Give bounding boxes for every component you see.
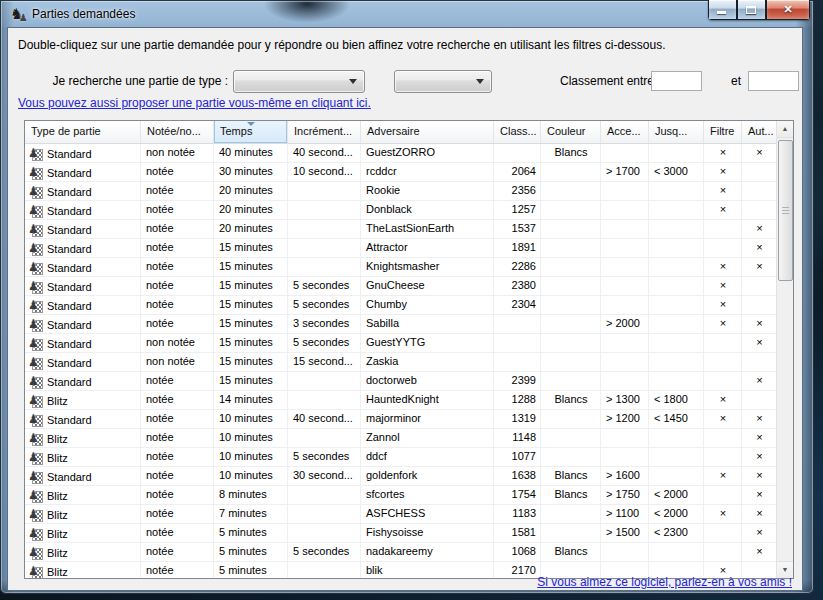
cell-until — [649, 543, 704, 561]
cell-auto: × — [742, 505, 777, 523]
cell-accept — [601, 144, 649, 162]
cell-filter — [704, 220, 742, 238]
table-row[interactable]: ♟Standardnotée20 minutesDonblack1257× — [25, 201, 793, 220]
table-row[interactable]: ♟Blitznotée5 minutes5 secondesnadakareem… — [25, 543, 793, 562]
table-row[interactable]: ♟Standardnotée30 minutes10 second...rcdd… — [25, 163, 793, 182]
column-header-time[interactable]: Temps — [214, 121, 288, 143]
cell-rated: notée — [141, 505, 214, 523]
table-row[interactable]: ♟Standardnotée10 minutes30 second...gold… — [25, 467, 793, 486]
column-header-label: Jusq... — [655, 125, 687, 137]
column-header-rating[interactable]: Class... — [494, 121, 541, 143]
table-row[interactable]: ♟Standardnotée20 minutesRookie2356× — [25, 182, 793, 201]
table-row[interactable]: ♟Standardnotée15 minutesKnightsmasher228… — [25, 258, 793, 277]
table-row[interactable]: ♟Standardnotée15 minutesdoctorweb2399× — [25, 372, 793, 391]
table-row[interactable]: ♟Blitznotée5 minutesFishysoisse1581> 150… — [25, 524, 793, 543]
scrollbar-thumb[interactable] — [778, 140, 793, 281]
column-header-until[interactable]: Jusq... — [649, 121, 704, 143]
cell-rated: notée — [141, 410, 214, 428]
cell-accept — [601, 448, 649, 466]
table-row[interactable]: ♟Standardnotée15 minutes5 secondesChumby… — [25, 296, 793, 315]
table-row[interactable]: ♟Blitznotée8 minutessfcortes1754Blancs> … — [25, 486, 793, 505]
cell-color — [541, 258, 601, 276]
title-bar[interactable]: ♞♟ Parties demandées ✕ — [0, 0, 814, 28]
cell-type: ♟Standard — [25, 144, 141, 162]
table-row[interactable]: ♟Standardnotée15 minutes3 secondesSabill… — [25, 315, 793, 334]
cell-opponent: Donblack — [361, 201, 494, 219]
table-row[interactable]: ♟Blitznotée14 minutesHauntedKnight1288Bl… — [25, 391, 793, 410]
table-row[interactable]: ♟Standardnotée15 minutesAttractor1891× — [25, 239, 793, 258]
cell-until — [649, 315, 704, 333]
chevron-down-icon — [476, 79, 484, 84]
table-row[interactable]: ♟Blitznotée10 minutesZannol1148× — [25, 429, 793, 448]
minimize-button[interactable] — [708, 0, 737, 20]
cell-accept — [601, 543, 649, 561]
column-header-color[interactable]: Couleur — [541, 121, 601, 143]
cell-type: ♟Blitz — [25, 524, 141, 542]
cell-color: Blancs — [541, 144, 601, 162]
cell-until — [649, 277, 704, 295]
scroll-up-button[interactable]: ▲ — [777, 121, 793, 138]
propose-game-link[interactable]: Vous pouvez aussi proposer une partie vo… — [18, 96, 371, 110]
table-row[interactable]: ♟Blitznotée7 minutesASFCHESS1183> 1100< … — [25, 505, 793, 524]
cell-filter — [704, 486, 742, 504]
cell-time: 5 minutes — [214, 524, 288, 542]
tell-friends-link[interactable]: Si vous aimez ce logiciel, parlez-en à v… — [537, 575, 792, 589]
table-row[interactable]: ♟Standardnon notée15 minutes5 secondesGu… — [25, 334, 793, 353]
cell-rated: notée — [141, 163, 214, 181]
cell-until — [649, 220, 704, 238]
chess-pawn-board-icon: ♟ — [28, 262, 44, 275]
cell-filter: × — [704, 505, 742, 523]
table-row[interactable]: ♟Standardnotée10 minutes40 second...majo… — [25, 410, 793, 429]
cell-increment — [288, 372, 361, 390]
games-listview[interactable]: Type de partieNotée/no...TempsIncrément.… — [24, 120, 794, 579]
column-header-auto[interactable]: Aut... — [742, 121, 777, 143]
table-row[interactable]: ♟Standardnon notée15 minutes15 second...… — [25, 353, 793, 372]
column-header-accept[interactable]: Acce... — [601, 121, 649, 143]
cell-auto: × — [742, 467, 777, 485]
cell-until: < 1450 — [649, 410, 704, 428]
column-header-filter[interactable]: Filtre — [704, 121, 742, 143]
cell-increment — [288, 201, 361, 219]
cell-type: ♟Standard — [25, 334, 141, 352]
cell-increment — [288, 562, 361, 579]
game-type-select[interactable] — [233, 70, 365, 93]
vertical-scrollbar[interactable]: ▲ ▼ — [776, 121, 793, 578]
column-header-opponent[interactable]: Adversaire — [361, 121, 494, 143]
cell-increment — [288, 239, 361, 257]
cell-until — [649, 144, 704, 162]
table-row[interactable]: ♟Standardnon notée40 minutes40 second...… — [25, 144, 793, 163]
game-type-label: Je recherche une partie de type : — [8, 74, 228, 88]
chess-pawn-board-icon: ♟ — [28, 300, 44, 313]
cell-accept — [601, 353, 649, 371]
cell-time: 5 minutes — [214, 562, 288, 579]
column-header-increment[interactable]: Incrément... — [288, 121, 361, 143]
cell-increment: 5 secondes — [288, 543, 361, 561]
column-header-type[interactable]: Type de partie — [25, 121, 141, 143]
cell-accept — [601, 277, 649, 295]
chess-pawn-board-icon: ♟ — [28, 490, 44, 503]
cell-type: ♟Standard — [25, 239, 141, 257]
scroll-down-button[interactable]: ▼ — [777, 561, 793, 578]
game-type-value: Standard — [47, 224, 92, 236]
rating-min-input[interactable] — [651, 71, 702, 91]
game-subtype-select[interactable] — [394, 70, 492, 93]
rating-max-input[interactable] — [748, 71, 799, 91]
cell-type: ♟Blitz — [25, 448, 141, 466]
maximize-button[interactable] — [737, 0, 766, 20]
cell-until — [649, 239, 704, 257]
cell-filter: × — [704, 467, 742, 485]
column-header-rated[interactable]: Notée/no... — [141, 121, 214, 143]
game-type-value: Standard — [47, 186, 92, 198]
cell-opponent: ddcf — [361, 448, 494, 466]
cell-accept — [601, 429, 649, 447]
cell-color — [541, 182, 601, 200]
table-row[interactable]: ♟Standardnotée15 minutes5 secondesGnuChe… — [25, 277, 793, 296]
chess-pawn-board-icon: ♟ — [28, 395, 44, 408]
table-row[interactable]: ♟Blitznotée10 minutes5 secondesddcf1077× — [25, 448, 793, 467]
close-button[interactable]: ✕ — [766, 0, 810, 20]
cell-opponent: Sabilla — [361, 315, 494, 333]
game-type-value: Blitz — [47, 433, 68, 445]
table-row[interactable]: ♟Standardnotée20 minutesTheLastSionEarth… — [25, 220, 793, 239]
cell-rating: 1537 — [494, 220, 541, 238]
cell-rated: notée — [141, 372, 214, 390]
